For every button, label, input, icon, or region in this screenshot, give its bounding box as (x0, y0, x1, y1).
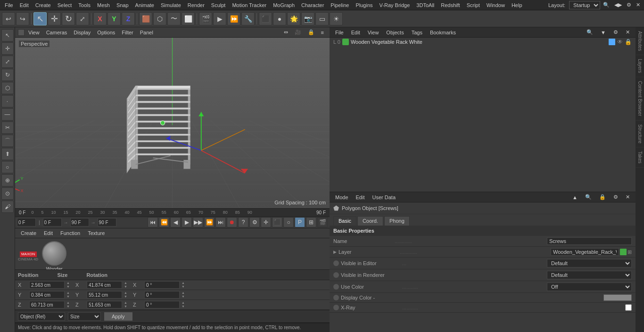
attr-lock-icon[interactable]: 🔒 (596, 193, 609, 201)
size-x-arrows[interactable]: ▲▼ (124, 281, 127, 289)
settings-button[interactable]: ⚙ (249, 217, 260, 227)
end-frame-input[interactable] (70, 218, 89, 227)
obj-menu-objects[interactable]: Objects (383, 29, 406, 36)
attr-name-input[interactable] (547, 237, 632, 245)
obj-settings-icon[interactable]: ⚙ (611, 28, 621, 36)
layer-browse-icon[interactable]: ⊞ (627, 249, 632, 255)
menu-vray[interactable]: V-Ray Bridge (377, 1, 413, 9)
search-icon[interactable]: 🔍 (601, 1, 611, 9)
menu-help[interactable]: Help (509, 1, 525, 9)
size-z-input[interactable] (87, 301, 122, 308)
position-x-arrows[interactable]: ▲▼ (66, 281, 70, 289)
P-button[interactable]: P (295, 217, 305, 227)
nav-arrows[interactable]: ◀▶ (612, 1, 624, 9)
help-button[interactable]: ? (238, 217, 248, 227)
light-button[interactable]: 🌟 (287, 12, 300, 25)
menu-simulate[interactable]: Simulate (158, 1, 184, 9)
attr-search-icon[interactable]: 🔍 (582, 193, 594, 201)
size-z-arrows[interactable]: ▲▼ (124, 301, 127, 308)
xray-checkbox[interactable] (625, 304, 632, 311)
size-y-input[interactable] (87, 291, 122, 299)
point-tool[interactable]: · (1, 95, 14, 107)
magnet-tool[interactable]: ⊙ (1, 187, 14, 200)
grid-button[interactable]: ⊞ (306, 217, 316, 227)
frame-step-input[interactable] (98, 218, 116, 227)
obj-menu-bookmarks[interactable]: Bookmarks (427, 29, 459, 36)
menu-mesh[interactable]: Mesh (94, 1, 113, 9)
move-tool[interactable]: ✛ (1, 42, 14, 55)
menu-3dtoall[interactable]: 3DToAll (413, 1, 437, 9)
position-z-input[interactable] (29, 301, 65, 308)
menu-animate[interactable]: Animate (132, 1, 157, 9)
cube3d-button[interactable]: ⬛ (259, 12, 272, 25)
coord-dropdown2[interactable]: Size (68, 312, 101, 321)
menu-plugins[interactable]: Plugins (353, 1, 375, 9)
viewport-menu-view[interactable]: View (25, 29, 42, 36)
position-y-input[interactable] (29, 291, 65, 299)
vtab-content-browser[interactable]: Content Browser (636, 77, 644, 120)
play-button[interactable]: ▶ (182, 217, 192, 227)
nurbs-tool-button[interactable]: ⬜ (182, 12, 195, 25)
viewport-lock-icon[interactable]: 🔒 (305, 28, 317, 36)
weld-tool[interactable]: ⊕ (1, 174, 14, 186)
obj-visibility-icon[interactable]: 👁 (617, 39, 623, 45)
menu-sculpt[interactable]: Sculpt (208, 1, 229, 9)
apply-button[interactable]: Apply (104, 312, 133, 321)
circle-gizmo-button[interactable]: ○ (283, 217, 294, 227)
move-tool-button[interactable]: ✛ (48, 12, 61, 25)
prev-button[interactable]: ◀ (170, 217, 181, 227)
display-color-swatch[interactable] (603, 294, 632, 301)
attr-close-icon[interactable]: ✕ (623, 193, 633, 201)
attr-settings-icon[interactable]: ⚙ (611, 193, 621, 201)
obj-menu-file[interactable]: File (332, 29, 347, 36)
attr-menu-edit[interactable]: Edit (353, 194, 368, 201)
obj-filter-icon[interactable]: ▼ (598, 29, 609, 36)
obj-menu-view[interactable]: View (365, 29, 382, 36)
obj-tree-item-rack[interactable]: L 0 Wooden Vegetable Rack White 👁 🔒 (330, 38, 636, 46)
next-frame-button[interactable]: ⏩ (204, 217, 215, 227)
obj-menu-edit[interactable]: Edit (348, 29, 363, 36)
menu-edit[interactable]: Edit (17, 1, 32, 9)
select-tool-button[interactable]: ↖ (33, 12, 47, 25)
bridge-tool[interactable]: ⌒ (1, 135, 14, 147)
rotate-tool-button[interactable]: ↻ (62, 12, 75, 25)
viewport-menu-filter[interactable]: Filter (119, 29, 136, 36)
xray-toggle[interactable] (333, 305, 339, 310)
material-thumbnail[interactable] (42, 241, 66, 266)
menu-create[interactable]: Create (33, 1, 54, 9)
record-button[interactable]: ⏺ (227, 217, 237, 227)
sun-button[interactable]: ☀ (330, 12, 343, 25)
current-frame-input[interactable] (17, 218, 36, 227)
attr-tab-phong[interactable]: Phong (384, 216, 410, 226)
menu-file[interactable]: File (2, 1, 16, 9)
film-button[interactable]: 🎬 (317, 217, 328, 227)
obj-search-icon[interactable]: 🔍 (584, 28, 596, 36)
menu-tools[interactable]: Tools (75, 1, 93, 9)
3d-viewport[interactable]: Y X Z Perspective Grid Spacing : 100 cm (15, 38, 330, 208)
cube-tool-button[interactable]: 🟫 (139, 12, 152, 25)
move-gizmo-button[interactable]: ✛ (261, 217, 271, 227)
obj-close-icon[interactable]: ✕ (623, 28, 633, 36)
frame-start-input[interactable]: 0 F (17, 210, 27, 215)
menu-script[interactable]: Script (464, 1, 483, 9)
material-menu-edit[interactable]: Edit (41, 229, 56, 237)
attr-layer-input[interactable] (551, 248, 619, 256)
menu-pipeline[interactable]: Pipeline (328, 1, 352, 9)
vtab-attributes[interactable]: Attributes (636, 27, 644, 55)
brush-tool[interactable]: 🖌 (1, 201, 14, 213)
camera-button[interactable]: 📷 (301, 12, 314, 25)
visible-renderer-toggle[interactable] (333, 272, 339, 278)
visible-editor-toggle[interactable] (333, 260, 339, 266)
obj-lock-icon[interactable]: 🔒 (625, 39, 632, 45)
layout-select[interactable]: Startup (569, 1, 600, 9)
vtab-takes[interactable]: Takes (636, 147, 644, 168)
position-z-arrows[interactable]: ▲▼ (66, 301, 70, 308)
rotation-y-arrows[interactable]: ▲▼ (182, 291, 185, 299)
render-settings-button[interactable]: 🔧 (241, 12, 255, 25)
menu-render[interactable]: Render (185, 1, 207, 9)
attr-up-icon[interactable]: ▲ (570, 194, 580, 201)
viewport-menu-cameras[interactable]: Cameras (43, 29, 70, 36)
go-start-button[interactable]: ⏮ (148, 217, 158, 227)
current-frame-input2[interactable] (43, 218, 62, 227)
attr-menu-user-data[interactable]: User Data (370, 194, 399, 201)
